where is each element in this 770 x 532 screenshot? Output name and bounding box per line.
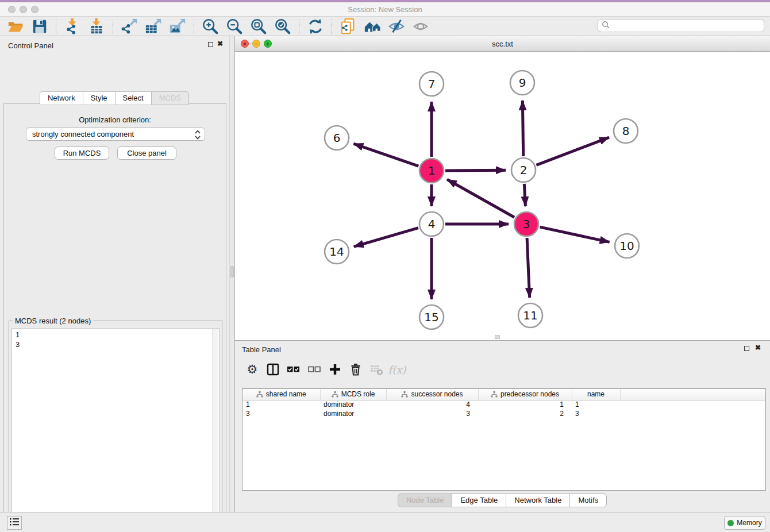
column-header-MCDS-role[interactable]: MCDS role	[320, 389, 386, 400]
cell[interactable]: 1	[242, 400, 320, 409]
graph-node-8[interactable]: 8	[614, 119, 638, 143]
import-table-icon[interactable]	[87, 17, 106, 36]
zoom-in-icon[interactable]	[201, 17, 220, 36]
tab-node-table[interactable]: Node Table	[398, 494, 453, 507]
add-column-icon[interactable]	[325, 361, 345, 377]
result-scrollbar[interactable]	[212, 329, 218, 532]
export-table-icon[interactable]	[144, 17, 163, 36]
table-row[interactable]: 3dominator323	[242, 409, 765, 418]
function-builder-icon: f(x)	[387, 361, 407, 377]
panel-splitter[interactable]	[230, 36, 234, 512]
zoom-fit-icon[interactable]	[249, 17, 268, 36]
graph-node-7[interactable]: 7	[419, 72, 444, 96]
graph-node-2[interactable]: 2	[511, 158, 536, 182]
close-panel-icon[interactable]: ✖	[217, 40, 223, 48]
tab-edge-table[interactable]: Edge Table	[452, 494, 506, 507]
network-graph[interactable]: 7968124314101511	[235, 52, 770, 340]
svg-text:8: 8	[622, 124, 630, 138]
column-header-name[interactable]: name	[572, 389, 620, 400]
edge-2-3[interactable]	[524, 184, 525, 206]
save-session-icon[interactable]	[30, 17, 49, 36]
search-box[interactable]	[598, 19, 764, 32]
cell[interactable]: 3	[572, 409, 620, 418]
zoom-out-icon[interactable]	[225, 17, 244, 36]
home-view-icon[interactable]	[363, 17, 382, 36]
column-layout-icon[interactable]	[263, 361, 283, 377]
edge-3-10[interactable]	[540, 227, 610, 242]
edge-2-9[interactable]	[522, 101, 523, 156]
column-header-shared-name[interactable]: shared name	[242, 389, 320, 400]
column-header-predecessor-nodes[interactable]: predecessor nodes	[478, 389, 572, 400]
svg-text:6: 6	[333, 131, 341, 145]
app-titlebar[interactable]: Session: New Session	[0, 2, 770, 17]
tab-select[interactable]: Select	[115, 91, 152, 105]
settings-gear-icon[interactable]: ⚙	[242, 361, 263, 377]
export-network-icon[interactable]	[120, 17, 139, 36]
graph-node-10[interactable]: 10	[615, 234, 639, 258]
edge-1-6[interactable]	[353, 144, 418, 166]
cell[interactable]: 1	[572, 400, 620, 409]
float-panel-icon[interactable]	[208, 42, 213, 47]
import-network-icon[interactable]	[63, 17, 82, 36]
memory-button[interactable]: Memory	[724, 516, 765, 530]
graph-node-3[interactable]: 3	[514, 212, 538, 236]
application-window: Session: New Session Control Panel ✖ Net…	[0, 0, 770, 532]
deselect-all-columns-icon[interactable]	[304, 361, 325, 377]
cell[interactable]: 1	[478, 400, 572, 409]
search-input[interactable]	[610, 22, 764, 30]
svg-text:1: 1	[428, 164, 436, 178]
open-session-icon[interactable]	[6, 17, 25, 36]
tab-style[interactable]: Style	[83, 91, 116, 105]
tab-network[interactable]: Network	[40, 91, 83, 105]
graph-node-11[interactable]: 11	[518, 303, 542, 327]
tab-network-table[interactable]: Network Table	[506, 494, 570, 507]
mcds-result-textarea[interactable]: 1 3	[11, 328, 220, 532]
close-table-panel-icon[interactable]: ✖	[755, 344, 761, 352]
edge-1-2[interactable]	[445, 170, 506, 171]
cell[interactable]: dominator	[320, 400, 386, 409]
show-panels-icon[interactable]	[411, 17, 430, 36]
splitter-handle[interactable]	[230, 266, 234, 277]
export-image-icon[interactable]	[168, 17, 187, 36]
graph-node-15[interactable]: 15	[419, 305, 444, 329]
cell[interactable]: 2	[478, 409, 572, 418]
delete-column-icon[interactable]	[345, 361, 366, 377]
tab-mcds[interactable]: MCDS	[151, 91, 189, 105]
table-panel-title: Table Panel	[242, 345, 281, 354]
node-table[interactable]: shared nameMCDS rolesuccessor nodesprede…	[242, 388, 766, 491]
run-mcds-button[interactable]: Run MCDS	[55, 147, 109, 160]
float-table-panel-icon[interactable]	[744, 346, 749, 351]
network-window-titlebar[interactable]: × − + scc.txt	[235, 36, 770, 52]
edge-2-8[interactable]	[536, 137, 609, 165]
refresh-icon[interactable]	[306, 17, 325, 36]
graph-node-4[interactable]: 4	[419, 212, 444, 236]
cell[interactable]: 3	[386, 409, 478, 418]
optimization-criterion-select[interactable]: strongly connected component	[26, 128, 205, 141]
control-panel-tabs: NetworkStyleSelectMCDS	[0, 91, 229, 105]
delete-table-icon	[366, 361, 387, 377]
close-panel-button[interactable]: Close panel	[117, 147, 176, 160]
edge-3-11[interactable]	[527, 238, 530, 298]
cell[interactable]: 4	[386, 400, 478, 409]
zoom-selected-icon[interactable]	[273, 17, 292, 36]
edge-3-1[interactable]	[447, 179, 514, 217]
canvas-scroll-handle[interactable]	[495, 335, 500, 339]
graph-node-9[interactable]: 9	[510, 71, 534, 95]
graph-node-14[interactable]: 14	[325, 240, 349, 264]
task-history-button[interactable]	[7, 516, 22, 530]
cell[interactable]: dominator	[320, 409, 386, 418]
duplicate-network-icon[interactable]	[338, 17, 358, 36]
hide-panels-icon[interactable]	[387, 17, 406, 36]
table-row[interactable]: 1dominator411	[242, 400, 765, 409]
optimization-criterion-value: strongly connected component	[32, 130, 134, 138]
graph-node-1[interactable]: 1	[419, 159, 444, 183]
column-header-successor-nodes[interactable]: successor nodes	[386, 389, 478, 400]
select-all-columns-icon[interactable]	[283, 361, 304, 377]
tab-motifs[interactable]: Motifs	[569, 494, 607, 507]
toolbar-separator	[113, 19, 113, 34]
cell[interactable]: 3	[242, 409, 320, 418]
graph-node-6[interactable]: 6	[325, 126, 349, 150]
edge-4-14[interactable]	[354, 228, 418, 247]
network-graph-canvas[interactable]: 7968124314101511	[235, 52, 770, 340]
svg-text:2: 2	[520, 163, 528, 177]
